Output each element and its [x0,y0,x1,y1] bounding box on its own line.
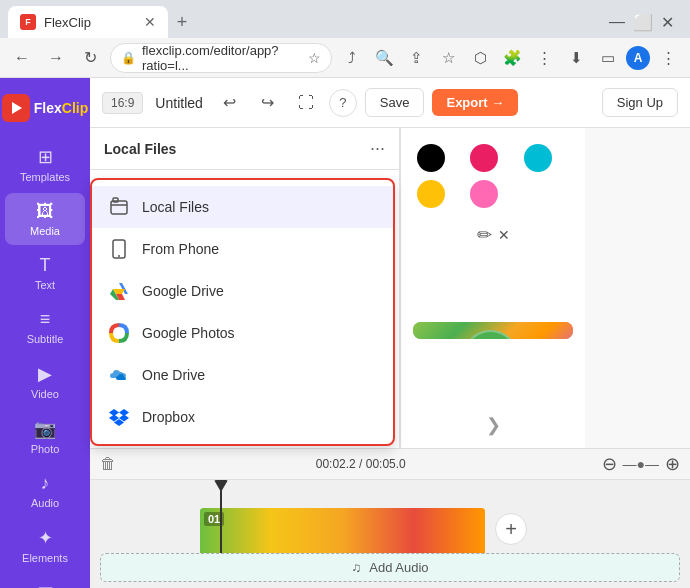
forward-button[interactable]: → [42,44,70,72]
elements-icon: ✦ [38,527,53,549]
sidebar-item-photo[interactable]: 📷 Photo [5,410,85,463]
back-button[interactable]: ← [8,44,36,72]
menu-item-google-photos[interactable]: Google Photos [92,312,393,354]
redo-button[interactable]: ↪ [253,88,283,118]
tab-close-button[interactable]: ✕ [144,14,156,30]
text-icon: T [40,255,51,276]
browser-tabs: F FlexClip ✕ + — ⬜ ✕ [0,0,690,38]
sidebar-item-elements[interactable]: ✦ Elements [5,519,85,572]
sidebar-item-label-text: Text [35,279,55,291]
sidebar-item-subtitle[interactable]: ≡ Subtitle [5,301,85,353]
panel-more-button[interactable]: ··· [370,138,385,159]
zoom-slider[interactable]: —●— [623,456,659,472]
settings-icon[interactable]: ✕ [498,227,510,243]
menu-item-label-from-phone: From Phone [142,241,219,257]
sidebar-item-label-photo: Photo [31,443,60,455]
sidebar-item-media[interactable]: 🖼 Media [5,193,85,245]
refresh-button[interactable]: ↻ [76,44,104,72]
sidebar-item-overlays[interactable]: ◫ Overlays [5,574,85,588]
local-files-icon [108,196,130,218]
main-area: 16:9 Untitled ↩ ↪ ⛶ ? Save Export → Sign… [90,78,690,588]
active-tab[interactable]: F FlexClip ✕ [8,6,168,38]
sidebar-item-video[interactable]: ▶ Video [5,355,85,408]
maximize-button[interactable]: ⬜ [633,13,653,32]
scene-thumbnail [413,322,573,339]
signup-button[interactable]: Sign Up [602,88,678,117]
svg-rect-1 [111,201,127,214]
svg-point-4 [118,255,120,257]
color-swatch-cyan[interactable] [524,144,552,172]
overlays-icon: ◫ [37,582,54,588]
templates-icon: ⊞ [38,146,53,168]
color-swatch-yellow[interactable] [417,180,445,208]
add-audio-label: Add Audio [369,560,428,575]
from-phone-icon [108,238,130,260]
timeline-time: 00:02.2 / 00:05.0 [128,457,594,471]
fullscreen-button[interactable]: ⛶ [291,88,321,118]
timeline-toolbar: 🗑 00:02.2 / 00:05.0 ⊖ —●— ⊕ [90,449,690,480]
brush-icon[interactable]: ✏ [477,224,492,246]
address-bar[interactable]: 🔒 flexclip.com/editor/app?ratio=l... ☆ [110,43,332,73]
menu-icon[interactable]: ⋮ [530,44,558,72]
share-icon[interactable]: ⇪ [402,44,430,72]
panel-header: Local Files ··· [90,128,399,170]
profile-avatar[interactable]: A [626,46,650,70]
sidebar-item-templates[interactable]: ⊞ Templates [5,138,85,191]
right-panel-collapse-icon[interactable]: ❯ [486,414,501,436]
sidebar-item-label-templates: Templates [20,171,70,183]
sidebar-item-audio[interactable]: ♪ Audio [5,465,85,517]
bookmark-icon[interactable]: ☆ [308,50,321,66]
sidebar-toggle-icon[interactable]: ▭ [594,44,622,72]
video-clip[interactable] [200,508,485,553]
project-title[interactable]: Untitled [155,95,202,111]
toolbar-icons: ⤴ 🔍 ⇪ ☆ ⬡ 🧩 ⋮ ⬇ ▭ A ⋮ [338,44,682,72]
svg-marker-0 [12,102,22,114]
export-button[interactable]: Export → [432,89,518,116]
subtitle-icon: ≡ [40,309,51,330]
delete-clip-button[interactable]: 🗑 [100,455,116,473]
screen-share-icon[interactable]: ⤴ [338,44,366,72]
menu-item-label-google-drive: Google Drive [142,283,224,299]
color-swatch-pink[interactable] [470,144,498,172]
menu-item-label-google-photos: Google Photos [142,325,235,341]
color-swatch-black[interactable] [417,144,445,172]
video-icon: ▶ [38,363,52,385]
zoom-in-button[interactable]: ⊕ [665,453,680,475]
logo-text: FlexClip [34,100,88,116]
color-swatch-lightpink[interactable] [470,180,498,208]
zoom-out-button[interactable]: ⊖ [602,453,617,475]
add-audio-button[interactable]: ♫ Add Audio [100,553,680,582]
music-note-icon: ♫ [351,560,361,575]
menu-item-google-drive[interactable]: Google Drive [92,270,393,312]
extension-icon[interactable]: ⬡ [466,44,494,72]
browser-toolbar: ← → ↻ 🔒 flexclip.com/editor/app?ratio=l.… [0,38,690,78]
dropbox-icon [108,406,130,428]
svg-point-9 [116,330,122,336]
add-clip-button[interactable]: + [495,513,527,545]
undo-button[interactable]: ↩ [215,88,245,118]
google-drive-icon [108,280,130,302]
download-icon[interactable]: ⬇ [562,44,590,72]
new-tab-button[interactable]: + [168,8,196,36]
minimize-button[interactable]: — [609,13,625,31]
more-options-icon[interactable]: ⋮ [654,44,682,72]
menu-item-one-drive[interactable]: One Drive [92,354,393,396]
star-icon[interactable]: ☆ [434,44,462,72]
zoom-icon[interactable]: 🔍 [370,44,398,72]
save-button[interactable]: Save [365,88,425,117]
menu-item-dropbox[interactable]: Dropbox [92,396,393,438]
sidebar-item-text[interactable]: T Text [5,247,85,299]
sidebar-item-label-elements: Elements [22,552,68,564]
menu-item-from-phone[interactable]: From Phone [92,228,393,270]
google-photos-icon [108,322,130,344]
puzzle-icon[interactable]: 🧩 [498,44,526,72]
close-button[interactable]: ✕ [661,13,674,32]
app-container: FlexClip ⊞ Templates 🖼 Media T Text ≡ Su… [0,78,690,588]
menu-item-label-dropbox: Dropbox [142,409,195,425]
media-icon: 🖼 [36,201,54,222]
app-logo: FlexClip [0,88,96,128]
help-button[interactable]: ? [329,89,357,117]
content-area: Local Files ··· Local Files [90,128,690,448]
logo-icon [2,94,30,122]
menu-item-local-files[interactable]: Local Files [92,186,393,228]
